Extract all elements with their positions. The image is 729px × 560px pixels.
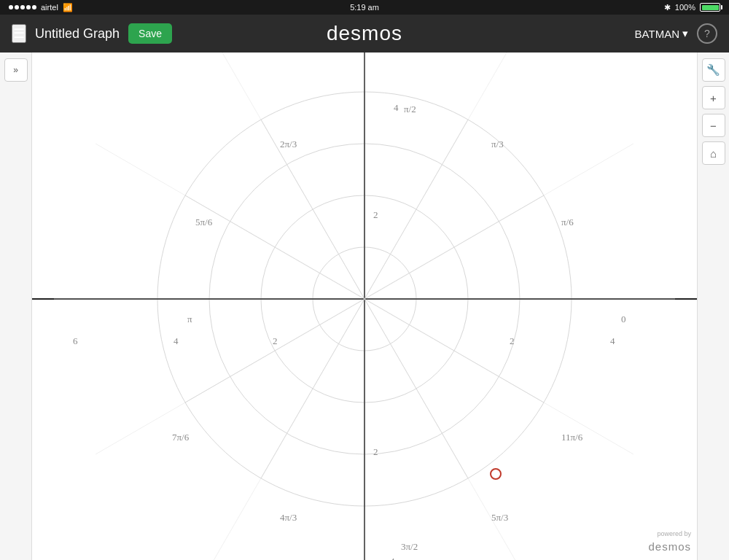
zoom-in-button[interactable]: + xyxy=(702,86,725,109)
bluetooth-icon: ✱ xyxy=(664,3,671,12)
header: ☰ Untitled Graph Save desmos BATMAN ▾ ? xyxy=(0,15,729,52)
angle-label-pi3: π/3 xyxy=(491,139,504,150)
chevron-right-icon: » xyxy=(13,65,18,75)
user-name: BATMAN xyxy=(635,28,679,40)
signal-icon xyxy=(9,5,36,9)
header-right: BATMAN ▾ ? xyxy=(635,23,717,44)
polar-grid-canvas xyxy=(32,52,697,560)
expand-sidebar-button[interactable]: » xyxy=(4,58,28,82)
menu-button[interactable]: ☰ xyxy=(12,24,26,43)
battery-icon xyxy=(700,3,720,12)
battery-percent: 100% xyxy=(675,3,695,12)
angle-label-2pi3: 2π/3 xyxy=(280,139,297,150)
angle-label-pi2: π/2 xyxy=(404,104,416,115)
zoom-out-button[interactable]: − xyxy=(702,114,725,137)
user-button[interactable]: BATMAN ▾ xyxy=(635,27,688,40)
status-left: airtel 📶 xyxy=(9,3,73,12)
axis-label-left2: 2 xyxy=(373,209,378,221)
home-button[interactable]: ⌂ xyxy=(702,141,725,165)
settings-button[interactable]: 🔧 xyxy=(702,58,725,82)
axis-label-left-inner: 2 xyxy=(273,335,278,347)
axis-label-bottom4: 4 xyxy=(390,556,395,560)
main-content: » 4 π/2 2π/3 π/3 5π/6 π/6 2 π 0 6 4 2 2 … xyxy=(0,52,729,560)
axis-label-right-inner: 2 xyxy=(510,335,515,347)
plot-point[interactable] xyxy=(490,468,502,480)
angle-label-pi: π xyxy=(187,314,192,325)
graph-title: Untitled Graph xyxy=(35,26,120,42)
angle-label-5pi6: 5π/6 xyxy=(195,217,212,228)
angle-label-5pi3: 5π/3 xyxy=(491,512,508,524)
angle-label-7pi6: 7π/6 xyxy=(172,432,189,443)
help-button[interactable]: ? xyxy=(697,23,717,44)
desmos-logo: desmos xyxy=(327,22,402,45)
axis-label-bottom2: 2 xyxy=(373,446,378,458)
header-left: ☰ Untitled Graph Save xyxy=(12,23,172,44)
status-time: 5:19 am xyxy=(350,3,379,12)
dropdown-icon: ▾ xyxy=(682,27,688,40)
home-icon: ⌂ xyxy=(710,147,717,160)
carrier-label: airtel xyxy=(41,3,58,12)
settings-icon: 🔧 xyxy=(706,63,720,77)
status-right: ✱ 100% xyxy=(664,3,720,12)
watermark-brand: desmos xyxy=(648,539,691,554)
watermark: powered by desmos xyxy=(648,529,691,554)
graph-area: 4 π/2 2π/3 π/3 5π/6 π/6 2 π 0 6 4 2 2 4 … xyxy=(32,52,697,560)
angle-label-0: 0 xyxy=(621,314,626,325)
right-toolbar: 🔧 + − ⌂ xyxy=(697,52,729,560)
angle-label-3pi2: 3π/2 xyxy=(401,541,418,553)
axis-label-left-mid: 4 xyxy=(174,335,179,347)
axis-label-far-left: 6 xyxy=(73,335,78,347)
wifi-icon: 📶 xyxy=(63,3,73,12)
save-button[interactable]: Save xyxy=(128,23,172,44)
angle-label-11pi6: 11π/6 xyxy=(561,432,582,443)
angle-label-4pi3: 4π/3 xyxy=(280,512,297,524)
status-bar: airtel 📶 5:19 am ✱ 100% xyxy=(0,0,729,15)
watermark-powered: powered by xyxy=(648,529,691,539)
sidebar-toggle: » xyxy=(0,52,32,560)
axis-label-right-mid: 4 xyxy=(610,335,615,347)
axis-label-top4: 4 xyxy=(394,102,399,114)
angle-label-pi6: π/6 xyxy=(561,217,574,228)
